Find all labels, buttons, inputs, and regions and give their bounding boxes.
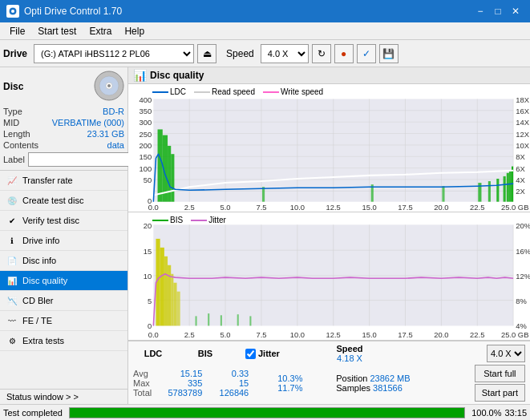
- svg-text:0.0: 0.0: [148, 204, 159, 212]
- svg-text:8%: 8%: [516, 297, 527, 305]
- stats-section: LDC BIS Jitter Speed 4.18 X 4.0 X: [128, 341, 530, 404]
- test-completed-text: Test completed: [3, 408, 63, 418]
- status-window-toggle[interactable]: Status window > >: [0, 389, 127, 404]
- menu-extra[interactable]: Extra: [83, 24, 118, 38]
- lower-chart: BIS Jitter: [128, 212, 530, 341]
- legend-ldc: LDC: [170, 87, 186, 96]
- svg-text:10.0: 10.0: [290, 329, 305, 338]
- disc-label-input[interactable]: [28, 152, 135, 167]
- svg-text:8X: 8X: [516, 153, 524, 161]
- contents-label: Contents: [3, 140, 38, 150]
- legend-write-speed: Write speed: [281, 87, 323, 96]
- app-icon: [6, 5, 19, 18]
- start-full-button[interactable]: Start full: [475, 365, 525, 382]
- window-controls: − □ ✕: [472, 4, 524, 18]
- svg-text:12.5: 12.5: [326, 329, 341, 338]
- svg-text:50: 50: [144, 176, 152, 184]
- menu-file[interactable]: File: [3, 24, 31, 38]
- svg-text:17.5: 17.5: [398, 329, 412, 338]
- burn-button[interactable]: ●: [334, 44, 354, 63]
- svg-rect-65: [507, 173, 509, 202]
- cd-bler-icon: 📉: [6, 295, 18, 306]
- quality-header-icon: 📊: [133, 69, 147, 82]
- jitter-max: 11.7%: [277, 383, 330, 393]
- nav-create-test-disc-label: Create test disc: [22, 196, 83, 205]
- speed-stats-value: 4.18 X: [337, 353, 362, 363]
- nav-cd-bler[interactable]: 📉 CD Bler: [0, 291, 127, 311]
- verify-button[interactable]: ✓: [357, 44, 376, 63]
- svg-rect-60: [442, 186, 444, 201]
- svg-text:12X: 12X: [516, 131, 529, 139]
- svg-rect-57: [171, 154, 174, 201]
- nav-create-test-disc[interactable]: 💿 Create test disc: [0, 191, 127, 211]
- svg-text:6X: 6X: [516, 165, 524, 173]
- refresh-button[interactable]: ↻: [312, 44, 331, 63]
- start-part-button[interactable]: Start part: [475, 384, 525, 402]
- svg-text:25.0 GB: 25.0 GB: [501, 204, 528, 212]
- svg-rect-62: [488, 181, 491, 202]
- nav-fe-te[interactable]: 〰 FE / TE: [0, 311, 127, 331]
- nav-extra-tests-label: Extra tests: [22, 336, 64, 345]
- speed-select[interactable]: 4.0 X: [261, 44, 309, 63]
- drive-select[interactable]: (G:) ATAPI iHBS112 2 PL06: [34, 44, 194, 63]
- ldc-total: 5783789: [158, 388, 202, 398]
- svg-text:350: 350: [140, 107, 152, 115]
- speed-dropdown[interactable]: 4.0 X: [487, 345, 525, 362]
- nav-disc-info[interactable]: 📄 Disc info: [0, 251, 127, 271]
- fe-te-icon: 〰: [6, 315, 18, 326]
- elapsed-time: 33:15: [504, 408, 527, 418]
- ldc-max: 335: [158, 378, 202, 388]
- nav-drive-info[interactable]: ℹ Drive info: [0, 231, 127, 251]
- nav-verify-test-disc[interactable]: ✔ Verify test disc: [0, 211, 127, 231]
- svg-text:2X: 2X: [516, 188, 524, 196]
- right-panel: 📊 Disc quality LDC Read speed Write spee…: [128, 67, 530, 404]
- svg-text:0.0: 0.0: [148, 329, 159, 338]
- svg-text:250: 250: [140, 131, 152, 139]
- svg-text:0: 0: [148, 321, 152, 330]
- nav-extra-tests[interactable]: ⚙ Extra tests: [0, 331, 127, 351]
- disc-section-title: Disc: [3, 81, 23, 92]
- svg-text:20.0: 20.0: [434, 204, 448, 212]
- svg-text:5: 5: [148, 297, 152, 305]
- svg-rect-108: [173, 283, 176, 326]
- nav-disc-quality-label: Disc quality: [22, 276, 67, 285]
- left-panel: Disc Type BD-R MID VERBATIMe (000): [0, 67, 128, 404]
- status-bar: Test completed 100.0% 33:15: [0, 404, 530, 420]
- nav-disc-info-label: Disc info: [22, 256, 56, 265]
- svg-text:2.5: 2.5: [184, 329, 195, 338]
- svg-text:16X: 16X: [516, 107, 529, 115]
- svg-rect-63: [496, 179, 499, 202]
- svg-point-5: [107, 84, 111, 87]
- nav-disc-quality[interactable]: 📊 Disc quality: [0, 271, 127, 291]
- svg-rect-110: [196, 316, 197, 325]
- lower-chart-legend: BIS Jitter: [152, 216, 226, 224]
- avg-label: Avg: [133, 369, 152, 378]
- legend-bis: BIS: [170, 216, 183, 224]
- jitter-checkbox[interactable]: [245, 349, 256, 359]
- maximize-button[interactable]: □: [490, 4, 506, 18]
- svg-text:4%: 4%: [516, 321, 527, 330]
- menu-start-test[interactable]: Start test: [31, 24, 83, 38]
- svg-text:25.0 GB: 25.0 GB: [501, 329, 528, 338]
- minimize-button[interactable]: −: [472, 4, 488, 18]
- svg-rect-112: [220, 315, 222, 325]
- svg-rect-66: [509, 171, 512, 202]
- legend-read-speed: Read speed: [212, 87, 255, 96]
- eject-button[interactable]: ⏏: [197, 44, 216, 63]
- position-label: Position: [336, 374, 367, 383]
- close-button[interactable]: ✕: [508, 4, 524, 18]
- svg-text:10: 10: [144, 272, 152, 281]
- total-label: Total: [133, 388, 152, 398]
- svg-rect-111: [208, 313, 209, 325]
- progress-percent: 100.0%: [471, 408, 501, 418]
- svg-text:300: 300: [140, 119, 152, 127]
- type-value: BD-R: [103, 107, 124, 116]
- svg-text:150: 150: [140, 153, 152, 161]
- svg-rect-64: [504, 176, 506, 202]
- disc-quality-icon: 📊: [6, 275, 18, 286]
- save-button[interactable]: 💾: [379, 44, 399, 63]
- ldc-avg: 15.15: [158, 369, 202, 378]
- menu-help[interactable]: Help: [118, 24, 151, 38]
- nav-transfer-rate[interactable]: 📈 Transfer rate: [0, 171, 127, 191]
- svg-text:7.5: 7.5: [256, 329, 266, 338]
